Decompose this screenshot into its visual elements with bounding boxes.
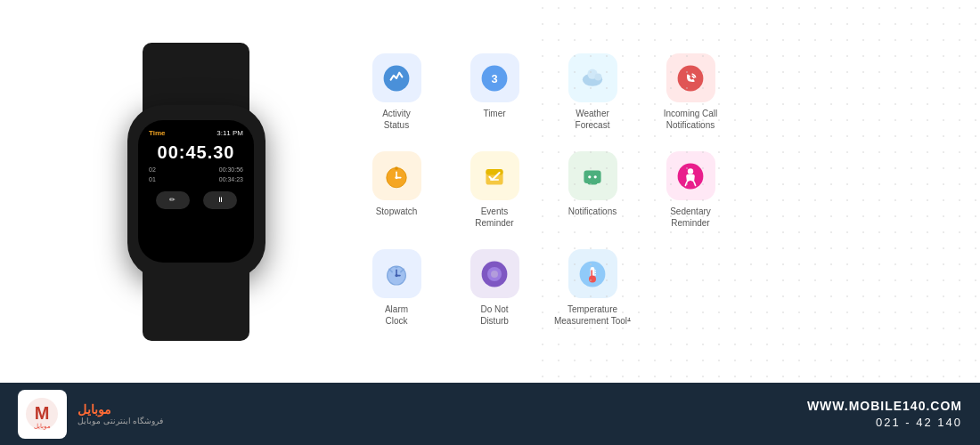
svg-point-33 [491, 271, 498, 278]
svg-point-5 [594, 73, 601, 80]
footer-logo-area: M موبایل موبایل فروشگاه اینترنتی موبایل [18, 390, 163, 439]
feature-alarm: AlarmClock [356, 245, 437, 334]
feature-events: EventsReminder [454, 147, 535, 236]
feature-stopwatch: Stopwatch [356, 147, 437, 236]
events-label: EventsReminder [475, 206, 513, 229]
timer-icon: 3 [480, 64, 509, 93]
watch-container: Time 3:11 PM 00:45.30 02 00:30:56 01 00:… [89, 105, 303, 279]
edit-icon: ✏ [169, 196, 176, 204]
footer-contact: WWW.MOBILE140.COM 021 - 42 140 [807, 399, 962, 429]
footer: M موبایل موبایل فروشگاه اینترنتی موبایل … [0, 383, 980, 445]
footer-phone: 021 - 42 140 [807, 416, 962, 429]
feature-sedentary: SedentaryReminder [650, 147, 731, 236]
stopwatch-label: Stopwatch [376, 206, 418, 217]
weather-label: WeatherForecast [576, 108, 610, 131]
svg-text:3: 3 [491, 71, 497, 85]
watch-lap1-time: 00:30:56 [219, 166, 243, 173]
feature-incoming: Incoming CallNotifications [650, 49, 731, 138]
svg-point-6 [678, 65, 704, 91]
footer-website: WWW.MOBILE140.COM [807, 399, 962, 413]
timer-label: Timer [483, 108, 505, 119]
watch-strap-bottom [143, 270, 249, 341]
svg-text:M: M [35, 403, 50, 423]
activity-status-icon [382, 64, 411, 93]
weather-icon [578, 64, 607, 93]
feature-activity-status: ActivityStatus [356, 49, 437, 138]
svg-point-16 [588, 175, 591, 178]
incoming-icon-wrapper [666, 53, 715, 102]
svg-rect-37 [591, 270, 592, 279]
alarm-label: AlarmClock [385, 303, 408, 327]
watch-edit-button[interactable]: ✏ [156, 191, 190, 209]
watch-stopwatch-time: 00:45.30 [149, 142, 243, 163]
watch-label: Time [149, 129, 166, 137]
alarm-icon [382, 260, 411, 288]
incoming-icon [676, 64, 705, 93]
pause-icon: ⏸ [216, 196, 224, 204]
temperature-label: TemperatureMeasurement Tool⁴ [554, 303, 631, 327]
temperature-icon-wrapper [568, 249, 617, 298]
watch-body: Time 3:11 PM 00:45.30 02 00:30:56 01 00:… [127, 105, 265, 279]
stopwatch-icon-wrapper [372, 151, 421, 200]
watch-lap1: 02 00:30:56 [149, 166, 243, 173]
feature-temperature: TemperatureMeasurement Tool⁴ [552, 245, 633, 334]
disturb-icon-wrapper [470, 249, 519, 298]
notifications-icon [578, 162, 607, 190]
incoming-label: Incoming CallNotifications [664, 108, 718, 131]
svg-rect-13 [486, 169, 502, 174]
svg-rect-8 [395, 166, 397, 169]
footer-logo-box: M موبایل [18, 390, 67, 439]
temperature-icon [578, 260, 607, 288]
feature-notifications: Notifications [552, 147, 633, 236]
svg-point-26 [395, 274, 397, 277]
watch-lap2: 01 00:34:23 [149, 176, 243, 182]
feature-weather: WeatherForecast [552, 49, 633, 138]
weather-icon-wrapper [568, 53, 617, 102]
svg-point-20 [688, 168, 693, 174]
svg-text:موبایل: موبایل [34, 423, 51, 430]
watch-strap-top [143, 43, 249, 114]
watch-lap1-num: 02 [149, 166, 156, 173]
footer-brand-name: موبایل [78, 402, 163, 417]
sedentary-icon-wrapper [666, 151, 715, 200]
sedentary-label: SedentaryReminder [670, 206, 711, 229]
watch-lap2-time: 00:34:23 [219, 176, 243, 182]
main-content: Time 3:11 PM 00:45.30 02 00:30:56 01 00:… [0, 0, 980, 383]
notifications-label: Notifications [568, 206, 617, 217]
events-icon [480, 162, 509, 190]
feature-disturb: Do NotDisturb [454, 245, 535, 334]
watch-lap2-num: 01 [149, 176, 156, 182]
feature-timer: 3 Timer [454, 49, 535, 138]
footer-logo-svg: M موبایل [22, 394, 62, 434]
svg-rect-18 [587, 181, 597, 184]
footer-brand-text: موبایل فروشگاه اینترنتی موبایل [78, 402, 163, 425]
activity-status-icon-wrapper [372, 53, 421, 102]
features-grid: ActivityStatus 3 Timer [356, 49, 944, 334]
sedentary-icon [676, 162, 705, 190]
events-icon-wrapper [470, 151, 519, 200]
activity-status-label: ActivityStatus [382, 108, 411, 131]
svg-point-11 [395, 176, 397, 179]
footer-logo-inner: M موبایل [20, 392, 65, 436]
watch-current-time: 3:11 PM [216, 129, 243, 137]
disturb-label: Do NotDisturb [480, 303, 509, 327]
timer-icon-wrapper: 3 [470, 53, 519, 102]
svg-point-17 [594, 175, 597, 178]
stopwatch-icon [382, 162, 411, 190]
features-section: ActivityStatus 3 Timer [303, 49, 944, 334]
watch-top-bar: Time 3:11 PM [149, 129, 243, 137]
footer-brand-sub: فروشگاه اینترنتی موبایل [78, 417, 163, 425]
watch-screen: Time 3:11 PM 00:45.30 02 00:30:56 01 00:… [138, 120, 254, 263]
alarm-icon-wrapper [372, 249, 421, 298]
watch-pause-button[interactable]: ⏸ [203, 191, 237, 209]
disturb-icon [480, 260, 509, 288]
notifications-icon-wrapper [568, 151, 617, 200]
watch-controls: ✏ ⏸ [149, 191, 243, 209]
